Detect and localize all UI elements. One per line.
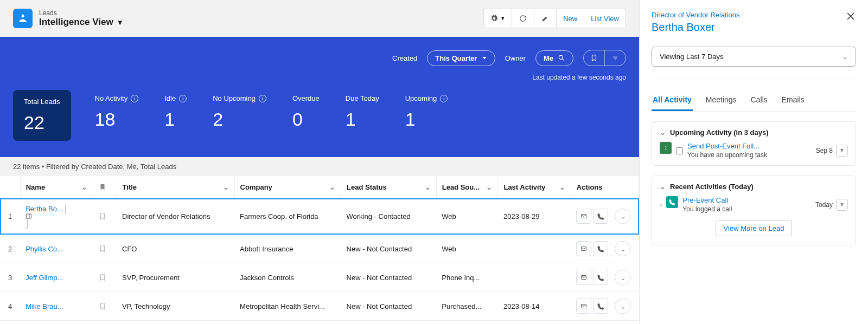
col-company[interactable]: Company⌄ (234, 176, 341, 198)
row-menu[interactable]: ⌄ (615, 209, 631, 224)
svg-rect-2 (27, 214, 31, 218)
recent-panel: ⌄ Recent Activities (Today) › Pre-Event … (652, 176, 856, 245)
chevron-down-icon: ⌄ (620, 245, 626, 253)
close-icon (845, 11, 856, 22)
cell-bookmark (93, 263, 117, 292)
metric-overdue[interactable]: Overdue0 (290, 90, 322, 141)
bookmark-icon[interactable] (99, 212, 111, 221)
chevron-down-icon: ⌄ (620, 212, 626, 221)
col-number (0, 176, 20, 198)
table-row: 3Jeff Glimp...SVP, ProcurementJackson Co… (0, 263, 639, 292)
task-checkbox[interactable] (676, 143, 683, 159)
tab-calls[interactable]: Calls (750, 90, 769, 111)
col-lead-source[interactable]: Lead Sou...⌄ (436, 176, 498, 198)
settings-menu-button[interactable]: ▼ (483, 9, 512, 28)
row-menu[interactable]: ⌄ (615, 299, 631, 314)
cell-title: CFO (117, 235, 234, 263)
task-menu[interactable]: ▼ (836, 145, 848, 157)
metric-no-upcoming[interactable]: No Upcomingi2 (210, 90, 269, 141)
email-icon (580, 303, 588, 309)
activity-tabs: All ActivityMeetingsCallsEmails (652, 90, 856, 112)
row-number: 3 (0, 263, 20, 292)
cell-activity (498, 321, 571, 325)
lead-name-link[interactable]: Mike Brau... (25, 302, 63, 310)
view-name: Intelligence View (39, 17, 113, 28)
col-title[interactable]: Title⌄ (117, 176, 234, 198)
bookmark-icon[interactable] (99, 273, 111, 282)
row-menu[interactable]: ⌄ (615, 270, 631, 285)
bookmark-filter-button[interactable] (584, 50, 604, 66)
metric-due-today[interactable]: Due Today1 (343, 90, 381, 141)
row-number: 1 (0, 198, 20, 235)
tab-all-activity[interactable]: All Activity (652, 90, 693, 111)
view-more-button[interactable]: View More on Lead (716, 221, 793, 236)
header-actions: ▼ New List View (483, 9, 626, 28)
email-button[interactable] (576, 241, 591, 256)
call-button[interactable] (593, 241, 608, 256)
owner-label: Owner (505, 54, 526, 62)
view-controls (583, 50, 626, 66)
settings-filter-button[interactable] (604, 50, 626, 66)
metrics-bar: Created This Quarter Owner Me (0, 37, 639, 157)
lead-name-link[interactable]: Bertha Bo... (25, 205, 63, 213)
new-button[interactable]: New (556, 9, 584, 28)
edit-button[interactable] (534, 9, 557, 28)
col-last-activity[interactable]: Last Activity⌄ (498, 176, 571, 198)
info-icon[interactable]: i (440, 95, 448, 102)
col-name[interactable]: Name⌄ (20, 176, 93, 198)
cell-source: Partner Re... (436, 321, 498, 325)
date-range-select[interactable]: Viewing Last 7 Days ⌄ (652, 47, 856, 67)
lead-name-link[interactable]: Phyllis Co... (25, 245, 63, 253)
email-button[interactable] (576, 209, 591, 224)
email-button[interactable] (576, 299, 591, 314)
email-button[interactable] (576, 270, 591, 285)
call-menu[interactable]: ▼ (836, 199, 848, 211)
list-view-button[interactable]: List View (584, 9, 626, 28)
cell-status: New - Not Contacted (341, 235, 437, 263)
cell-title: CEO (117, 321, 234, 325)
task-link[interactable]: Send Post-Event Foll... (687, 142, 760, 150)
info-icon[interactable]: i (179, 95, 187, 102)
caret-down-icon: ▼ (839, 147, 845, 153)
metric-no-activity[interactable]: No Activityi18 (93, 90, 141, 141)
call-link[interactable]: Pre-Event Call (682, 196, 728, 204)
detail-title[interactable]: Bertha Boxer (652, 21, 740, 34)
call-date: Today (815, 201, 833, 209)
cell-source: Web (436, 235, 498, 263)
info-icon[interactable]: i (259, 95, 266, 102)
tab-emails[interactable]: Emails (781, 90, 806, 111)
gear-icon (490, 15, 498, 22)
metric-upcoming[interactable]: Upcomingi1 (403, 90, 450, 141)
filter-lines-icon (611, 54, 619, 62)
metric-total-leads[interactable]: Total Leads22 (13, 90, 71, 141)
call-button[interactable] (593, 209, 608, 224)
cell-title: Director of Vendor Relations (117, 198, 234, 235)
lead-name-link[interactable]: Jeff Glimp... (25, 274, 63, 282)
bookmark-icon[interactable] (99, 302, 111, 310)
call-button[interactable] (593, 299, 608, 314)
info-icon[interactable]: i (131, 95, 138, 102)
view-switcher[interactable]: Intelligence View ▼ (39, 17, 124, 28)
cell-source: Web (436, 198, 498, 235)
chevron-down-icon[interactable]: ⌄ (660, 128, 666, 137)
col-bookmark[interactable] (93, 176, 117, 198)
chevron-down-icon: ⌄ (425, 183, 431, 191)
bookmark-icon[interactable] (99, 244, 111, 253)
owner-filter[interactable]: Me (535, 50, 573, 66)
chevron-down-icon[interactable]: ⌄ (660, 183, 666, 191)
cell-title: VP, Technology (117, 292, 234, 321)
row-number: 2 (0, 235, 20, 263)
chevron-down-icon: ⌄ (223, 183, 229, 191)
close-button[interactable] (845, 11, 856, 22)
row-menu[interactable]: ⌄ (615, 241, 631, 256)
metric-idle[interactable]: Idlei1 (162, 90, 189, 141)
col-lead-status[interactable]: Lead Status⌄ (341, 176, 437, 198)
chevron-right-icon[interactable]: › (660, 200, 662, 209)
call-button[interactable] (593, 270, 608, 285)
tab-meetings[interactable]: Meetings (705, 90, 738, 111)
created-filter[interactable]: This Quarter (427, 50, 495, 66)
chevron-down-icon: ⌄ (329, 183, 335, 191)
cell-company: Jackson Controls (234, 263, 341, 292)
refresh-button[interactable] (512, 9, 534, 28)
svg-point-1 (559, 55, 563, 59)
